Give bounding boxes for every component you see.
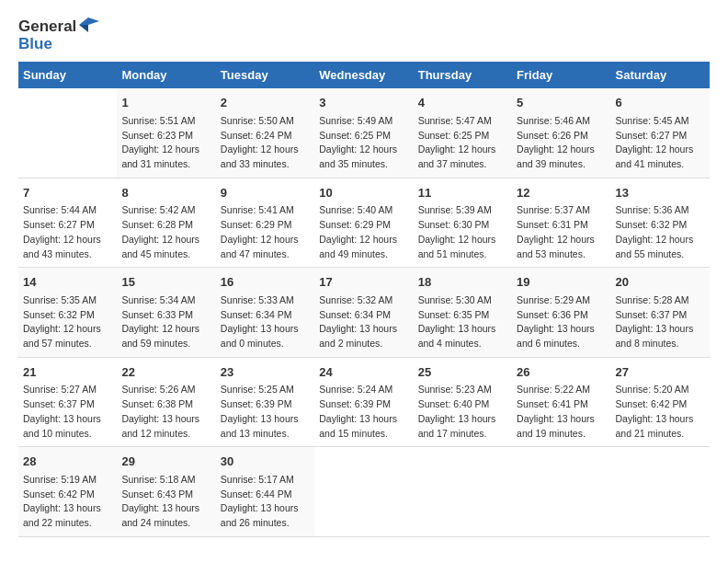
day-info-line: Daylight: 13 hours bbox=[319, 412, 408, 427]
day-info-line: Sunset: 6:39 PM bbox=[221, 397, 310, 412]
day-info-line: Daylight: 13 hours bbox=[517, 322, 606, 337]
calendar-day-cell: 13Sunrise: 5:36 AMSunset: 6:32 PMDayligh… bbox=[611, 178, 710, 268]
day-info-line: and 37 minutes. bbox=[418, 157, 507, 172]
day-info-line: and 0 minutes. bbox=[221, 337, 310, 351]
day-info-line: Daylight: 12 hours bbox=[616, 233, 705, 247]
calendar-day-cell bbox=[314, 447, 413, 537]
day-info-line: Sunrise: 5:51 AM bbox=[121, 114, 210, 129]
day-info-line: and 26 minutes. bbox=[221, 516, 310, 531]
day-number: 13 bbox=[616, 184, 705, 202]
calendar-day-cell: 28Sunrise: 5:19 AMSunset: 6:42 PMDayligh… bbox=[18, 447, 117, 537]
day-number: 5 bbox=[517, 94, 606, 112]
day-info-line: and 10 minutes. bbox=[23, 427, 112, 442]
day-info-line: Sunrise: 5:46 AM bbox=[517, 114, 606, 129]
calendar-day-cell: 17Sunrise: 5:32 AMSunset: 6:34 PMDayligh… bbox=[314, 268, 413, 358]
day-info-line: and 33 minutes. bbox=[221, 157, 310, 172]
day-number: 22 bbox=[121, 363, 210, 382]
day-info-line: Daylight: 13 hours bbox=[319, 322, 408, 337]
day-info-line: and 55 minutes. bbox=[616, 247, 705, 262]
calendar-week-row: 28Sunrise: 5:19 AMSunset: 6:42 PMDayligh… bbox=[18, 447, 710, 537]
calendar-day-cell: 23Sunrise: 5:25 AMSunset: 6:39 PMDayligh… bbox=[216, 357, 314, 447]
logo-bird-icon bbox=[79, 17, 99, 32]
day-info-line: Sunset: 6:37 PM bbox=[23, 397, 112, 412]
day-number: 9 bbox=[221, 184, 310, 202]
day-number: 15 bbox=[121, 273, 210, 292]
day-info-line: Daylight: 12 hours bbox=[121, 322, 210, 337]
day-number: 16 bbox=[221, 273, 310, 292]
day-number: 1 bbox=[121, 94, 210, 112]
day-info-line: Sunrise: 5:22 AM bbox=[517, 383, 606, 397]
calendar-day-cell: 22Sunrise: 5:26 AMSunset: 6:38 PMDayligh… bbox=[117, 357, 215, 447]
day-info-line: and 39 minutes. bbox=[517, 157, 606, 172]
day-info-line: Sunrise: 5:41 AM bbox=[221, 203, 310, 218]
day-info-line: and 19 minutes. bbox=[517, 427, 606, 442]
day-info-line: Sunrise: 5:32 AM bbox=[319, 293, 408, 308]
calendar-day-cell: 9Sunrise: 5:41 AMSunset: 6:29 PMDaylight… bbox=[216, 178, 314, 268]
day-of-week-header: Saturday bbox=[611, 62, 710, 88]
day-info-line: Daylight: 13 hours bbox=[121, 501, 210, 516]
calendar-week-row: 1Sunrise: 5:51 AMSunset: 6:23 PMDaylight… bbox=[18, 88, 710, 178]
calendar-day-cell: 4Sunrise: 5:47 AMSunset: 6:25 PMDaylight… bbox=[414, 88, 512, 178]
day-info-line: and 4 minutes. bbox=[418, 337, 507, 351]
days-of-week-row: SundayMondayTuesdayWednesdayThursdayFrid… bbox=[18, 62, 710, 88]
calendar-day-cell: 29Sunrise: 5:18 AMSunset: 6:43 PMDayligh… bbox=[117, 447, 215, 537]
day-info-line: and 24 minutes. bbox=[121, 516, 210, 531]
day-info-line: and 57 minutes. bbox=[23, 337, 112, 351]
day-info-line: Sunset: 6:34 PM bbox=[221, 308, 310, 323]
day-info-line: Sunset: 6:32 PM bbox=[23, 308, 112, 323]
day-info-line: Sunrise: 5:36 AM bbox=[616, 203, 705, 218]
calendar-day-cell: 3Sunrise: 5:49 AMSunset: 6:25 PMDaylight… bbox=[314, 88, 413, 178]
day-info-line: Sunrise: 5:50 AM bbox=[221, 114, 310, 129]
day-info-line: Daylight: 13 hours bbox=[121, 412, 210, 427]
day-info-line: Sunset: 6:42 PM bbox=[616, 397, 705, 412]
calendar-day-cell: 2Sunrise: 5:50 AMSunset: 6:24 PMDaylight… bbox=[216, 88, 314, 178]
day-info-line: Sunrise: 5:37 AM bbox=[517, 203, 606, 218]
day-info-line: Daylight: 13 hours bbox=[23, 501, 112, 516]
day-info-line: Daylight: 12 hours bbox=[121, 233, 210, 247]
day-info-line: Sunrise: 5:28 AM bbox=[616, 293, 705, 308]
day-info-line: Sunrise: 5:17 AM bbox=[221, 473, 310, 488]
day-info-line: Sunrise: 5:27 AM bbox=[23, 383, 112, 397]
day-of-week-header: Friday bbox=[512, 62, 610, 88]
day-info-line: Sunset: 6:23 PM bbox=[121, 129, 210, 144]
day-info-line: and 21 minutes. bbox=[616, 427, 705, 442]
calendar-day-cell: 6Sunrise: 5:45 AMSunset: 6:27 PMDaylight… bbox=[611, 88, 710, 178]
day-info-line: and 53 minutes. bbox=[517, 247, 606, 262]
day-info-line: and 15 minutes. bbox=[319, 427, 408, 442]
calendar-day-cell: 20Sunrise: 5:28 AMSunset: 6:37 PMDayligh… bbox=[611, 268, 710, 358]
day-number: 24 bbox=[319, 363, 408, 382]
day-info-line: Daylight: 12 hours bbox=[319, 233, 408, 247]
calendar-header: SundayMondayTuesdayWednesdayThursdayFrid… bbox=[18, 62, 710, 88]
day-info-line: Daylight: 13 hours bbox=[517, 412, 606, 427]
day-info-line: Daylight: 12 hours bbox=[616, 143, 705, 157]
day-number: 26 bbox=[517, 363, 606, 382]
day-info-line: Sunrise: 5:29 AM bbox=[517, 293, 606, 308]
calendar-week-row: 7Sunrise: 5:44 AMSunset: 6:27 PMDaylight… bbox=[18, 178, 710, 268]
day-info-line: Daylight: 13 hours bbox=[418, 322, 507, 337]
calendar-day-cell: 26Sunrise: 5:22 AMSunset: 6:41 PMDayligh… bbox=[512, 357, 610, 447]
day-info-line: Sunrise: 5:23 AM bbox=[418, 383, 507, 397]
day-info-line: and 13 minutes. bbox=[221, 427, 310, 442]
calendar-day-cell: 27Sunrise: 5:20 AMSunset: 6:42 PMDayligh… bbox=[611, 357, 710, 447]
calendar-day-cell: 7Sunrise: 5:44 AMSunset: 6:27 PMDaylight… bbox=[18, 178, 117, 268]
day-info-line: Daylight: 13 hours bbox=[23, 412, 112, 427]
day-number: 6 bbox=[616, 94, 705, 112]
calendar-day-cell: 10Sunrise: 5:40 AMSunset: 6:29 PMDayligh… bbox=[314, 178, 413, 268]
day-info-line: and 17 minutes. bbox=[418, 427, 507, 442]
calendar-day-cell bbox=[512, 447, 610, 537]
day-info-line: Sunset: 6:24 PM bbox=[221, 129, 310, 144]
calendar-day-cell bbox=[611, 447, 710, 537]
day-info-line: Sunrise: 5:30 AM bbox=[418, 293, 507, 308]
day-info-line: and 47 minutes. bbox=[221, 247, 310, 262]
day-info-line: Sunrise: 5:24 AM bbox=[319, 383, 408, 397]
day-info-line: Daylight: 13 hours bbox=[221, 322, 310, 337]
day-info-line: and 51 minutes. bbox=[418, 247, 507, 262]
day-info-line: Sunrise: 5:35 AM bbox=[23, 293, 112, 308]
day-info-line: Sunset: 6:43 PM bbox=[121, 488, 210, 502]
day-number: 12 bbox=[517, 184, 606, 202]
day-info-line: Daylight: 13 hours bbox=[221, 412, 310, 427]
day-info-line: and 59 minutes. bbox=[121, 337, 210, 351]
day-info-line: Sunrise: 5:42 AM bbox=[121, 203, 210, 218]
day-info-line: Sunset: 6:27 PM bbox=[616, 129, 705, 144]
day-info-line: Sunset: 6:36 PM bbox=[517, 308, 606, 323]
